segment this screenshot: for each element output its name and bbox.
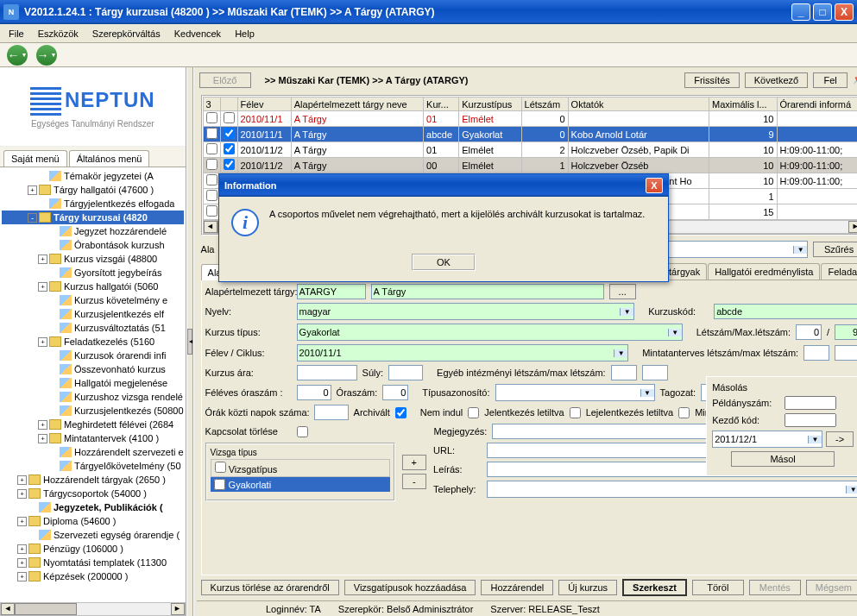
tree-item[interactable]: +Nyomtatási templatek (11300	[2, 556, 184, 569]
tree-item[interactable]: Órabontások kurzush	[2, 238, 184, 252]
start-code-input[interactable]	[785, 413, 836, 427]
save-button[interactable]: Mentés	[749, 580, 801, 595]
copies-input[interactable]	[785, 396, 836, 410]
menu-help[interactable]: Help	[228, 27, 262, 41]
minimize-button[interactable]: _	[791, 3, 810, 21]
tree-item[interactable]: Tárgyjelentkezés elfogada	[2, 197, 184, 211]
prev-button[interactable]: Előző	[199, 72, 251, 88]
menu-tools[interactable]: Eszközök	[31, 27, 85, 41]
tree-item[interactable]: Összevonható kurzus	[2, 362, 184, 376]
tree-item[interactable]: +Meghirdetett félévei (2684	[2, 418, 184, 431]
next-button[interactable]: Következő	[745, 72, 808, 88]
delete-from-schedule-button[interactable]: Kurzus törlése az órarendről	[201, 580, 339, 595]
copy-date-combo[interactable]: 2011/12/1▼	[712, 431, 822, 448]
detail-tab[interactable]: Felada	[821, 263, 857, 280]
cancel-button[interactable]: Mégsem	[806, 580, 857, 595]
delete-button[interactable]: Töröl	[692, 580, 744, 595]
dialog-close-button[interactable]: X	[646, 178, 663, 193]
tree-item[interactable]: +Kurzus hallgatói (5060	[2, 280, 184, 293]
copy-button[interactable]: Másol	[731, 451, 835, 467]
menu-role[interactable]: Szerepkörváltás	[85, 27, 167, 41]
tree-item[interactable]: +Tárgycsoportok (54000 )	[2, 487, 184, 500]
type-id-combo[interactable]: ▼	[495, 384, 655, 401]
curr-headcount-2-input[interactable]	[835, 345, 857, 361]
tree-item[interactable]: +Képzések (200000 )	[2, 569, 184, 583]
dialog-ok-button[interactable]: OK	[412, 254, 476, 271]
course-code-input[interactable]	[714, 304, 857, 319]
default-subject-name-input[interactable]	[371, 284, 604, 299]
tree-item[interactable]: Kurzusjelentkezés elf	[2, 307, 184, 321]
tree-item[interactable]: +Tárgy hallgatói (47600 )	[2, 183, 184, 197]
tree-item[interactable]: Tárgyelőkövetelmény (50	[2, 459, 184, 473]
tree-item[interactable]: Témakör jegyzetei (A	[2, 169, 184, 183]
table-row[interactable]: 2010/11/2A Tárgy00Elmélet1Holczveber Özs…	[203, 158, 857, 173]
semester-combo[interactable]: 2010/11/1▼	[297, 344, 629, 361]
tree-item[interactable]: Kurzusváltoztatás (51	[2, 321, 184, 335]
nav-forward-button[interactable]: →▼	[36, 45, 57, 66]
tree-item[interactable]: Hallgatói megjelenése	[2, 376, 184, 390]
close-button[interactable]: X	[835, 3, 854, 21]
assign-button[interactable]: Hozzárendel	[481, 580, 553, 595]
tree-item[interactable]: +Pénzügy (106000 )	[2, 542, 184, 556]
archived-checkbox[interactable]	[395, 407, 406, 418]
detail-tab[interactable]: Hallgatói eredménylista	[708, 263, 820, 280]
site-combo[interactable]: ▼	[487, 481, 857, 498]
nav-tree[interactable]: Témakör jegyzetei (A+Tárgy hallgatói (47…	[0, 167, 186, 602]
edit-button[interactable]: Szerkeszt	[622, 579, 687, 596]
tree-item[interactable]: Kurzushoz vizsga rendelé	[2, 390, 184, 404]
default-subject-code-input[interactable]	[297, 284, 366, 299]
add-exam-button[interactable]: +	[402, 455, 426, 470]
lookup-button[interactable]: ...	[609, 284, 636, 299]
tree-item[interactable]: Gyorsított jegybeírás	[2, 266, 184, 280]
maximize-button[interactable]: □	[813, 3, 832, 21]
sidebar-scrollbar[interactable]: ◄ ►	[0, 602, 186, 616]
tree-item[interactable]: -Tárgy kurzusai (4820	[2, 211, 184, 224]
scroll-left-icon[interactable]: ◄	[204, 221, 217, 233]
refresh-button[interactable]: Frissítés	[684, 72, 740, 88]
max-headcount-input[interactable]	[835, 324, 857, 340]
weight-input[interactable]	[388, 365, 423, 380]
course-type-combo[interactable]: Gyakorlat▼	[297, 324, 683, 341]
scroll-left-icon[interactable]: ◄	[1, 603, 15, 615]
tree-item[interactable]: Kurzus követelmény e	[2, 293, 184, 307]
filter-button[interactable]: Szűrés	[813, 242, 857, 257]
headcount-input[interactable]	[796, 324, 822, 340]
exam-header-checkbox[interactable]	[215, 462, 226, 473]
tree-item[interactable]: Szervezeti egység órarendje (	[2, 528, 184, 542]
scroll-right-icon[interactable]: ►	[848, 221, 857, 233]
nav-back-button[interactable]: ←▼	[7, 45, 28, 66]
signoff-disabled-checkbox[interactable]	[678, 407, 690, 418]
not-starting-checkbox[interactable]	[468, 407, 479, 418]
tree-item[interactable]: Jegyzetek, Publikációk (	[2, 500, 184, 514]
exam-type-item[interactable]: Gyakorlati	[211, 477, 390, 492]
scroll-right-icon[interactable]: ►	[171, 603, 185, 615]
other-hc-2-input[interactable]	[642, 365, 668, 380]
pin-icon[interactable]: 📌	[853, 73, 857, 87]
delete-link-checkbox[interactable]	[297, 426, 308, 437]
curr-headcount-1-input[interactable]	[803, 345, 829, 361]
course-price-input[interactable]	[297, 365, 357, 380]
tree-item[interactable]: Kurzusok órarendi infi	[2, 349, 184, 362]
tree-item[interactable]: +Mintatantervek (4100 )	[2, 431, 184, 445]
days-between-input[interactable]	[314, 405, 349, 420]
menu-favorites[interactable]: Kedvencek	[167, 27, 228, 41]
signup-disabled-checkbox[interactable]	[570, 407, 581, 418]
tree-item[interactable]: Jegyzet hozzárendelé	[2, 224, 184, 238]
remove-exam-button[interactable]: -	[402, 474, 426, 489]
tab-general-menu[interactable]: Általános menü	[69, 150, 150, 167]
language-combo[interactable]: magyar▼	[297, 303, 635, 320]
resize-handle[interactable]: ◄	[186, 67, 193, 616]
up-button[interactable]: Fel	[813, 72, 848, 88]
table-row[interactable]: 2010/11/2A Tárgy01Elmélet2Holczveber Özs…	[203, 142, 857, 158]
tree-item[interactable]: +Hozzárendelt tárgyak (2650 )	[2, 473, 184, 487]
tree-item[interactable]: +Diploma (54600 )	[2, 514, 184, 528]
copy-arrow-button[interactable]: ->	[826, 431, 854, 447]
tree-item[interactable]: Hozzárendelt szervezeti e	[2, 445, 184, 459]
sem-hours-input[interactable]	[297, 385, 331, 400]
exam-item-checkbox[interactable]	[214, 479, 225, 490]
new-course-button[interactable]: Új kurzus	[558, 580, 617, 595]
menu-file[interactable]: File	[2, 27, 31, 41]
other-hc-1-input[interactable]	[611, 365, 637, 380]
tree-item[interactable]: +Kurzus vizsgái (48800	[2, 252, 184, 266]
table-row[interactable]: 2010/11/1A Tárgy01Elmélet010	[203, 111, 857, 127]
